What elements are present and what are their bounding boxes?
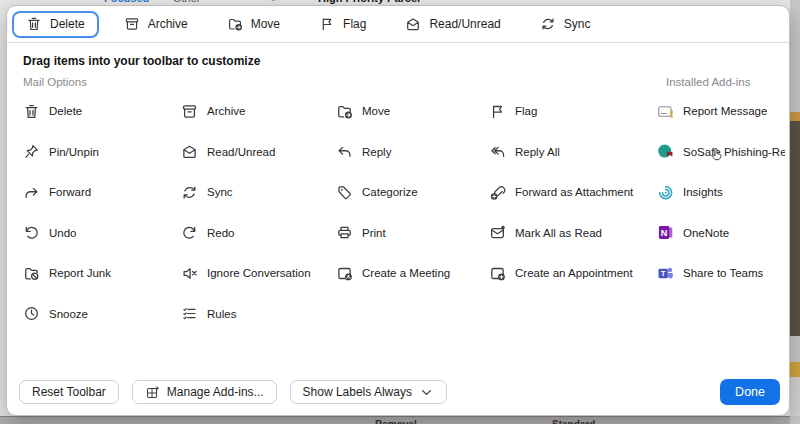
reset-toolbar-label: Reset Toolbar: [32, 385, 106, 399]
background-subject-fragment: High Priority Parcel: [318, 0, 420, 4]
hand-cursor-pointer: [709, 146, 725, 164]
mail-option-label: Reply: [362, 146, 391, 158]
mute-icon: [181, 265, 198, 282]
insights-icon: [657, 184, 674, 201]
mail-option-redo[interactable]: Redo: [181, 213, 331, 254]
mail-option-create-an-appointment[interactable]: Create an Appointment: [489, 253, 655, 294]
mail-option-ignore-conversation[interactable]: Ignore Conversation: [181, 253, 331, 294]
mail-option-forward-as-attachment[interactable]: Forward as Attachment: [489, 172, 655, 213]
folder-move-icon: [227, 16, 243, 32]
mail-option-rules[interactable]: Rules: [181, 294, 331, 335]
attachment-icon: [489, 184, 506, 201]
mail-option-label: Report Junk: [49, 267, 111, 279]
mail-option-label: Forward: [49, 186, 91, 198]
folder-move-icon: [336, 103, 353, 120]
addin-label: OneNote: [683, 227, 729, 239]
mail-option-reply-all[interactable]: Reply All: [489, 132, 655, 173]
toolbar-button-delete[interactable]: Delete: [12, 11, 99, 38]
teams-icon: [657, 265, 674, 282]
mail-options-column-1: Delete Pin/Unpin Forward Undo Report Jun…: [23, 91, 175, 334]
addin-insights[interactable]: Insights: [657, 172, 785, 213]
mark-read-icon: [489, 224, 506, 241]
mail-option-label: Create a Meeting: [362, 267, 450, 279]
addin-label: SoSafe Phishing-Reportin: [683, 146, 785, 158]
redo-icon: [181, 224, 198, 241]
forward-icon: [23, 184, 40, 201]
tag-icon: [336, 184, 353, 201]
meeting-icon: [336, 265, 353, 282]
toolbar-preview: Delete Archive Move Flag Read/Unread Syn…: [7, 6, 789, 43]
trash-icon: [26, 16, 42, 32]
sync-icon: [540, 16, 556, 32]
mail-option-label: Ignore Conversation: [207, 267, 311, 279]
drag-hint-text: Drag items into your toolbar to customiz…: [23, 54, 260, 68]
addin-label: Report Message: [683, 105, 767, 117]
sosafe-icon: [657, 143, 674, 160]
pin-icon: [23, 143, 40, 160]
mail-option-forward[interactable]: Forward: [23, 172, 175, 213]
mail-option-label: Reply All: [515, 146, 560, 158]
mail-option-label: Pin/Unpin: [49, 146, 99, 158]
background-circle-glyph: ○: [270, 0, 277, 4]
clock-icon: [23, 305, 40, 322]
show-labels-dropdown[interactable]: Show Labels Always: [290, 380, 447, 404]
mail-option-print[interactable]: Print: [336, 213, 484, 254]
installed-addins-header: Installed Add-ins: [666, 76, 750, 88]
done-button[interactable]: Done: [720, 379, 780, 405]
mail-option-archive[interactable]: Archive: [181, 91, 331, 132]
background-gold-segment: [790, 362, 800, 377]
manage-addins-button[interactable]: Manage Add-ins...: [132, 380, 277, 404]
mail-open-icon: [405, 16, 421, 32]
mail-option-label: Rules: [207, 308, 236, 320]
mail-open-icon: [181, 143, 198, 160]
onenote-icon: [657, 224, 674, 241]
mail-option-report-junk[interactable]: Report Junk: [23, 253, 175, 294]
toolbar-button-read-unread[interactable]: Read/Unread: [391, 11, 514, 38]
mail-option-delete[interactable]: Delete: [23, 91, 175, 132]
toolbar-button-move[interactable]: Move: [213, 11, 294, 38]
report-message-icon: [657, 103, 674, 120]
addin-share-to-teams[interactable]: Share to Teams: [657, 253, 785, 294]
toolbar-button-label: Sync: [564, 17, 591, 31]
toolbar-button-archive[interactable]: Archive: [110, 11, 202, 38]
archive-icon: [124, 16, 140, 32]
chevron-down-icon: [419, 385, 434, 400]
toolbar-button-sync[interactable]: Sync: [526, 11, 605, 38]
mail-option-undo[interactable]: Undo: [23, 213, 175, 254]
mail-option-move[interactable]: Move: [336, 91, 484, 132]
report-junk-icon: [23, 265, 40, 282]
background-bottom-left-fragment: Removal: [375, 419, 417, 424]
background-brown-segment: [790, 121, 800, 336]
installed-addins-column: Report Message SoSafe Phishing-Reportin …: [657, 91, 785, 294]
toolbar-button-label: Archive: [148, 17, 188, 31]
done-label: Done: [735, 385, 765, 399]
addin-report-message[interactable]: Report Message: [657, 91, 785, 132]
mail-option-flag[interactable]: Flag: [489, 91, 655, 132]
toolbar-button-label: Move: [251, 17, 280, 31]
mail-option-label: Archive: [207, 105, 245, 117]
trash-icon: [23, 103, 40, 120]
background-tab-focused: Focused: [104, 0, 149, 4]
mail-option-label: Redo: [207, 227, 235, 239]
manage-addins-label: Manage Add-ins...: [167, 385, 264, 399]
appointment-icon: [489, 265, 506, 282]
mail-option-sync[interactable]: Sync: [181, 172, 331, 213]
flag-icon: [489, 103, 506, 120]
mail-option-label: Move: [362, 105, 390, 117]
mail-option-label: Categorize: [362, 186, 418, 198]
mail-option-pin-unpin[interactable]: Pin/Unpin: [23, 132, 175, 173]
mail-option-read-unread[interactable]: Read/Unread: [181, 132, 331, 173]
background-bottom-right-fragment: Standard: [552, 419, 595, 424]
mail-option-create-a-meeting[interactable]: Create a Meeting: [336, 253, 484, 294]
rules-icon: [181, 305, 198, 322]
toolbar-button-flag[interactable]: Flag: [305, 11, 380, 38]
addin-onenote[interactable]: OneNote: [657, 213, 785, 254]
addin-label: Share to Teams: [683, 267, 763, 279]
printer-icon: [336, 224, 353, 241]
mail-option-mark-all-as-read[interactable]: Mark All as Read: [489, 213, 655, 254]
mail-option-snooze[interactable]: Snooze: [23, 294, 175, 335]
mail-option-reply[interactable]: Reply: [336, 132, 484, 173]
reply-all-icon: [489, 143, 506, 160]
mail-option-categorize[interactable]: Categorize: [336, 172, 484, 213]
reset-toolbar-button[interactable]: Reset Toolbar: [19, 380, 119, 404]
